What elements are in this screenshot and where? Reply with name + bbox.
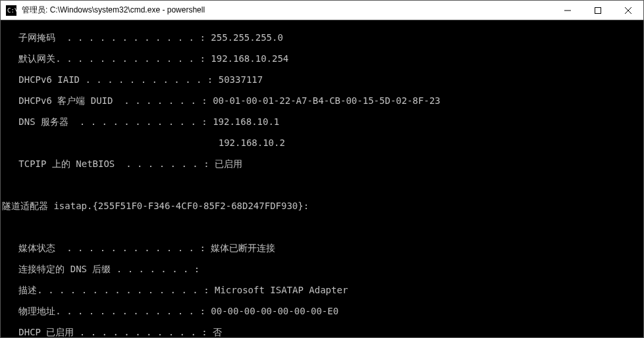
close-button[interactable] xyxy=(613,1,643,20)
line-gateway: 默认网关. . . . . . . . . . . . . : 192.168.… xyxy=(2,53,642,64)
minimize-button[interactable] xyxy=(552,1,583,20)
blank xyxy=(2,222,642,232)
line-dhcp: DHCP 已启用 . . . . . . . . . . . : 否 xyxy=(2,327,642,337)
line-dns2: 192.168.10.2 xyxy=(2,137,642,148)
maximize-button[interactable] xyxy=(583,1,613,20)
line-duid: DHCPv6 客户端 DUID . . . . . . . : 00-01-00… xyxy=(2,95,642,106)
blank xyxy=(2,180,642,190)
line-media: 媒体状态 . . . . . . . . . . . . : 媒体已断开连接 xyxy=(2,243,642,253)
titlebar[interactable]: C:\ 管理员: C:\Windows\system32\cmd.exe - p… xyxy=(1,1,643,20)
line-dns1: DNS 服务器 . . . . . . . . . . . : 192.168.… xyxy=(2,116,642,127)
line-suffix: 连接特定的 DNS 后缀 . . . . . . . : xyxy=(2,264,642,274)
tunnel-header: 隧道适配器 isatap.{255F51F0-F346-4CF0-85F2-68… xyxy=(2,201,642,211)
line-desc: 描述. . . . . . . . . . . . . . . : Micros… xyxy=(2,285,642,295)
svg-rect-3 xyxy=(595,7,601,13)
cmd-icon: C:\ xyxy=(5,4,18,17)
window-title: 管理员: C:\Windows\system32\cmd.exe - power… xyxy=(22,5,552,16)
line-phys: 物理地址. . . . . . . . . . . . . : 00-00-00… xyxy=(2,306,642,316)
line-subnet: 子网掩码 . . . . . . . . . . . . : 255.255.2… xyxy=(2,32,642,43)
terminal-output[interactable]: 子网掩码 . . . . . . . . . . . . : 255.255.2… xyxy=(1,20,643,337)
line-iaid: DHCPv6 IAID . . . . . . . . . . . : 5033… xyxy=(2,74,642,85)
svg-text:C:\: C:\ xyxy=(7,7,16,14)
line-netbios: TCPIP 上的 NetBIOS . . . . . . . : 已启用 xyxy=(2,158,642,169)
